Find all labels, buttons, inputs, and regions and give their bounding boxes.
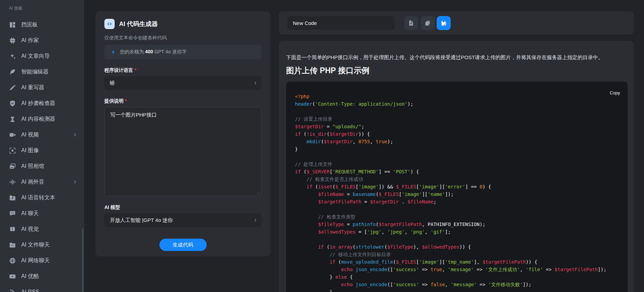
code-line: // 处理上传文件 [295, 160, 619, 168]
language-label: 程序设计语言* [104, 67, 261, 74]
code-line [295, 236, 619, 243]
code-line: if (!is_dir($targetDir)) { [295, 130, 619, 138]
sidebar-item-7[interactable]: AI 视频 [0, 127, 84, 143]
sidebar-item-label: AI 作家 [21, 37, 39, 44]
model-select[interactable]: 开放人工智能 |GPT 4o 迷你 [104, 213, 261, 227]
sidebar-scrollbar-thumb[interactable] [82, 228, 83, 292]
chip-icon: AI [9, 37, 16, 44]
youtube-icon [9, 273, 16, 280]
sidebar-item-16[interactable]: AI 优酷 [0, 268, 84, 284]
select-stepper-icon [253, 81, 258, 86]
code-generator-panel: AI 代码生成器 仅使用文本命令创建各种代码 您的余额为 400 GPT 4o … [95, 11, 270, 256]
code-line: $targetDir = "uploads/"; [295, 123, 619, 130]
result-intro-text: 下面是一个简单的PHP接口示例，用于处理图片上传。这个代码段将接受通过POST请… [286, 54, 628, 61]
audio-file-icon [9, 194, 16, 201]
code-line: // 设置上传目录 [295, 115, 619, 123]
sidebar-item-13[interactable]: AI 视觉 [0, 221, 84, 237]
sidebar-item-11[interactable]: AI 语音转文本 [0, 190, 84, 205]
page-title: AI 代码生成器 [119, 20, 158, 28]
instructions-label: 提供说明* [104, 98, 261, 104]
sidebar-item-0[interactable]: 挡泥板 [0, 17, 84, 32]
sidebar-item-label: AI 文章向导 [21, 53, 50, 60]
image-scan-icon [9, 147, 16, 154]
code-line [295, 153, 619, 160]
resize-grip-icon[interactable] [255, 190, 260, 195]
code-line: <?php [295, 93, 619, 100]
copy-icon [424, 20, 431, 26]
result-heading: 图片上传 PHP 接口示例 [286, 65, 628, 76]
code-generator-icon [104, 19, 115, 29]
model-label: AI 模型 [104, 204, 261, 211]
code-line: $targetFilePath = $targetDir . $fileName… [295, 198, 619, 205]
code-line: // 检查文件是否上传成功 [295, 175, 619, 183]
globe-icon [9, 257, 16, 264]
bolt-icon [111, 49, 116, 55]
code-line: // 检查文件类型 [295, 213, 619, 221]
sidebar-item-2[interactable]: AI 文章向导 [0, 48, 84, 64]
sidebar: AI 面板 挡泥板AIAI 作家AI 文章向导智能编辑器AI 重写器AI 抄袭检… [0, 0, 84, 292]
folder-chat-icon [9, 241, 16, 249]
code-line: if (move_uploaded_file($_FILES['image'][… [295, 258, 619, 266]
document-title-input[interactable] [287, 16, 395, 30]
sidebar-nav-list: 挡泥板AIAI 作家AI 文章向导智能编辑器AI 重写器AI 抄袭检查器AI 内… [0, 17, 84, 292]
sidebar-item-4[interactable]: AI 重写器 [0, 80, 84, 95]
sidebar-item-label: AI 文件聊天 [21, 241, 50, 249]
generator-subtitle: 仅使用文本命令创建各种代码 [104, 35, 261, 41]
feather-icon [9, 68, 16, 76]
code-line [295, 108, 619, 115]
photo-gallery-icon [9, 163, 16, 170]
sidebar-item-label: AI 抄袭检查器 [21, 100, 55, 107]
balance-amount: 400 [145, 49, 153, 54]
code-line: if (isset($_FILES['image']) && $_FILES['… [295, 183, 619, 190]
sidebar-item-label: AI 语音转文本 [21, 194, 55, 201]
sidebar-item-9[interactable]: AI 照相馆 [0, 158, 84, 174]
chevron-right-icon [73, 180, 77, 184]
sidebar-item-15[interactable]: AI 网络聊天 [0, 253, 84, 268]
output-panel: 下面是一个简单的PHP接口示例，用于处理图片上传。这个代码段将接受通过POST请… [279, 41, 634, 292]
instructions-textarea[interactable]: 写一个图片PHP接口 [104, 107, 261, 196]
sidebar-item-17[interactable]: AI RSS [0, 284, 84, 292]
sidebar-item-6[interactable]: AI 内容检测器 [0, 111, 84, 127]
svg-text:AI: AI [11, 39, 13, 41]
code-line: header('Content-Type: application/json')… [295, 100, 619, 108]
copy-code-button[interactable]: Copy [610, 90, 620, 95]
code-line: $fileName = basename($_FILES['image']['n… [295, 190, 619, 198]
sidebar-item-14[interactable]: AI 文件聊天 [0, 237, 84, 253]
code-line: echo json_encode(['success' => false, 'm… [295, 281, 619, 288]
code-line: // 移动上传文件到目标目录 [295, 251, 619, 258]
php-code: <?phpheader('Content-Type: application/j… [286, 82, 628, 292]
copy-document-button[interactable] [421, 16, 435, 30]
code-line: mkdir($targetDir, 0755, true); [295, 138, 619, 145]
sidebar-item-8[interactable]: AI 图像 [0, 143, 84, 158]
balance-text: 您的余额为 400 GPT 4o 迷你字 [120, 49, 186, 55]
code-line: if ($_SERVER['REQUEST_METHOD'] == 'POST'… [295, 168, 619, 175]
sidebar-item-label: AI 视觉 [21, 226, 39, 233]
pencil-icon [9, 84, 16, 91]
sparkles-icon [9, 53, 16, 60]
sidebar-section-label: AI 面板 [9, 5, 23, 11]
code-line: echo json_encode(['success' => true, 'me… [295, 266, 619, 273]
sidebar-item-label: 智能编辑器 [21, 68, 49, 76]
sidebar-item-label: AI RSS [21, 289, 39, 292]
sidebar-item-3[interactable]: 智能编辑器 [0, 64, 84, 80]
sidebar-item-label: AI 图像 [21, 147, 39, 154]
save-document-button[interactable] [437, 16, 451, 30]
brain-icon [9, 226, 16, 233]
new-document-button[interactable] [404, 16, 418, 30]
required-mark: * [134, 67, 136, 73]
sidebar-item-12[interactable]: AI 聊天 [0, 205, 84, 221]
sidebar-item-label: AI 画外音 [21, 178, 44, 186]
sidebar-item-10[interactable]: AI 画外音 [0, 174, 84, 190]
code-block: Copy <?phpheader('Content-Type: applicat… [286, 82, 628, 292]
sidebar-item-1[interactable]: AIAI 作家 [0, 32, 84, 48]
generator-header: AI 代码生成器 [104, 19, 261, 29]
sidebar-item-label: AI 网络聊天 [21, 257, 50, 264]
code-line: } [295, 145, 619, 153]
rss-icon [9, 289, 16, 292]
generate-code-button[interactable]: 生成代码 [159, 239, 207, 251]
chat-icon [9, 210, 16, 217]
select-stepper-icon [253, 218, 258, 223]
sidebar-item-label: 挡泥板 [21, 21, 38, 28]
sidebar-item-5[interactable]: AI 抄袭检查器 [0, 95, 84, 111]
language-select[interactable]: 蟒 [104, 76, 261, 90]
